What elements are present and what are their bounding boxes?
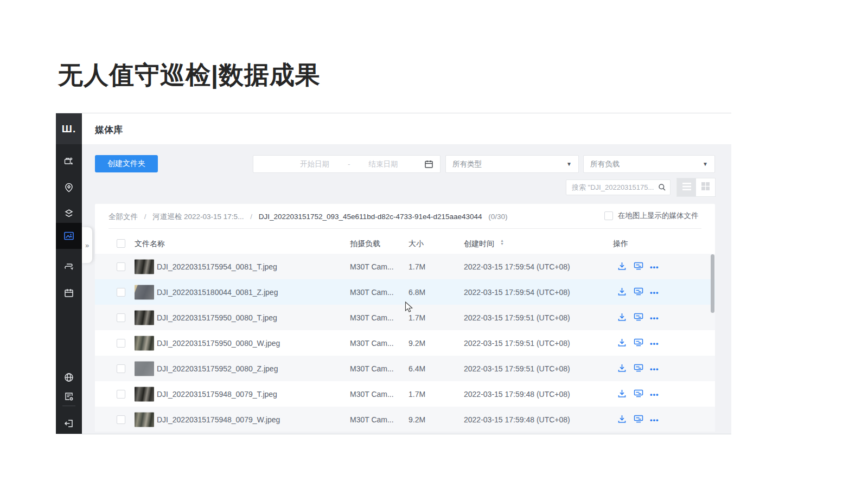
calendar-icon [63,287,74,298]
download-icon[interactable] [617,363,627,374]
row-checkbox[interactable] [117,415,125,424]
file-name[interactable]: DJI_20220315175950_0080_W.jpeg [157,339,280,348]
file-size: 6.8M [409,288,425,297]
more-actions-icon[interactable]: ••• [650,390,659,398]
calendar-picker-icon[interactable] [424,159,433,170]
file-payload: M30T Cam... [350,390,394,399]
type-filter-value: 所有类型 [452,159,482,169]
sidebar-item-flight-route[interactable] [56,253,82,279]
payload-filter-value: 所有负载 [590,159,620,169]
main-header: 媒体库 [82,113,731,144]
file-thumbnail[interactable] [135,310,154,325]
breadcrumb-root[interactable]: 全部文件 [108,213,138,221]
file-created: 2022-03-15 17:59:54 (UTC+08) [464,262,570,271]
file-created: 2022-03-15 17:59:51 (UTC+08) [464,313,570,322]
breadcrumb-folder[interactable]: 河道巡检 2022-03-15 17:5... [152,213,244,221]
file-thumbnail[interactable] [135,412,154,427]
download-icon[interactable] [617,414,627,425]
select-all-checkbox[interactable] [117,239,125,248]
main-body: 创建文件夹 开始日期 - 结束日期 所有类型 ▼ 所有负载 ▼ [82,144,731,434]
view-on-screen-icon[interactable] [634,389,643,399]
view-on-screen-icon[interactable] [634,338,643,348]
file-list-card: 全部文件 / 河道巡检 2022-03-15 17:5... / DJI_202… [95,204,715,432]
create-folder-button[interactable]: 创建文件夹 [95,155,158,172]
more-actions-icon[interactable]: ••• [650,364,659,373]
file-size: 9.2M [409,339,425,348]
sidebar-item-task-plan[interactable] [56,280,82,306]
end-date-placeholder[interactable]: 结束日期 [369,159,398,169]
more-actions-icon[interactable]: ••• [650,288,659,296]
sidebar-item-map-marker[interactable] [56,175,82,201]
grid-view-button[interactable] [696,178,715,196]
breadcrumb: 全部文件 / 河道巡检 2022-03-15 17:5... / DJI_202… [108,212,508,222]
row-checkbox[interactable] [117,288,125,297]
file-thumbnail[interactable] [135,336,154,350]
file-created: 2022-03-15 17:59:51 (UTC+08) [464,339,570,348]
scrollbar-thumb[interactable] [711,254,714,313]
dock-logo-icon: Ш. [56,113,82,144]
table-row[interactable]: DJI_20220315175948_0079_W.jpeg M30T Cam.… [95,407,715,432]
view-on-screen-icon[interactable] [634,287,643,297]
date-range-picker[interactable]: 开始日期 - 结束日期 [253,155,441,173]
sidebar-item-devices[interactable] [56,149,82,175]
download-icon[interactable] [617,389,627,400]
row-checkbox[interactable] [117,262,125,271]
row-checkbox[interactable] [117,339,125,348]
more-actions-icon[interactable]: ••• [650,313,659,322]
file-name[interactable]: DJI_20220315175950_0080_T.jpeg [157,313,277,322]
file-created: 2022-03-15 17:59:48 (UTC+08) [464,390,570,399]
table-row[interactable]: DJI_20220315175948_0079_T.jpeg M30T Cam.… [95,381,715,407]
column-header-size: 大小 [409,239,424,249]
table-row[interactable]: DJI_20220315175950_0080_T.jpeg M30T Cam.… [95,305,715,330]
file-name[interactable]: DJI_20220315175948_0079_W.jpeg [157,415,280,424]
start-date-placeholder[interactable]: 开始日期 [300,159,329,169]
file-thumbnail[interactable] [135,387,154,401]
column-header-name: 文件名称 [135,239,165,249]
grid-view-icon [701,182,710,193]
file-thumbnail[interactable] [135,361,154,376]
file-name[interactable]: DJI_20220315175948_0079_T.jpeg [157,390,277,399]
sidebar-expand-button[interactable]: » [82,227,92,263]
file-name[interactable]: DJI_20220315175952_0080_Z.jpeg [157,364,278,373]
download-icon[interactable] [617,312,627,323]
view-on-screen-icon[interactable] [634,312,643,323]
more-actions-icon[interactable]: ••• [650,339,659,347]
map-display-toggle[interactable]: 在地图上显示的媒体文件 [604,211,699,221]
row-checkbox[interactable] [117,390,125,399]
file-thumbnail[interactable] [135,285,154,299]
row-checkbox[interactable] [117,313,125,322]
sort-down-icon: ▼ [500,242,504,246]
map-display-checkbox[interactable] [604,211,613,220]
table-row[interactable]: DJI_20220315175954_0081_T.jpeg M30T Cam.… [95,254,715,279]
file-name[interactable]: DJI_20220315180044_0081_Z.jpeg [157,288,278,297]
sidebar-item-logout[interactable] [56,410,82,434]
table-header: 文件名称 拍摄负载 大小 创建时间 ▲ ▼ 操作 [95,234,715,254]
selection-count: (0/30) [488,213,507,221]
search-icon[interactable] [658,183,666,194]
search-box[interactable] [566,179,671,195]
list-view-icon [682,182,692,193]
table-row[interactable]: DJI_20220315175950_0080_W.jpeg M30T Cam.… [95,330,715,356]
sort-created-button[interactable]: ▲ ▼ [500,239,504,246]
table-row[interactable]: DJI_20220315180044_0081_Z.jpeg M30T Cam.… [95,279,715,305]
view-on-screen-icon[interactable] [634,414,643,425]
divider [108,228,701,229]
download-icon[interactable] [617,338,627,349]
search-input[interactable] [566,180,656,195]
more-actions-icon[interactable]: ••• [650,415,659,423]
file-created: 2022-03-15 17:59:51 (UTC+08) [464,364,570,373]
view-on-screen-icon[interactable] [634,363,643,374]
view-on-screen-icon[interactable] [634,261,643,272]
payload-filter-select[interactable]: 所有负载 ▼ [583,155,715,173]
table-row[interactable]: DJI_20220315175952_0080_Z.jpeg M30T Cam.… [95,356,715,381]
type-filter-select[interactable]: 所有类型 ▼ [445,155,579,173]
download-icon[interactable] [617,261,627,272]
file-thumbnail[interactable] [135,259,154,274]
sidebar-item-media-library[interactable] [56,223,82,249]
more-actions-icon[interactable]: ••• [650,262,659,271]
column-header-payload: 拍摄负载 [350,239,380,249]
download-icon[interactable] [617,287,627,298]
row-checkbox[interactable] [117,364,125,373]
list-view-button[interactable] [677,178,696,196]
file-name[interactable]: DJI_20220315175954_0081_T.jpeg [157,262,277,271]
